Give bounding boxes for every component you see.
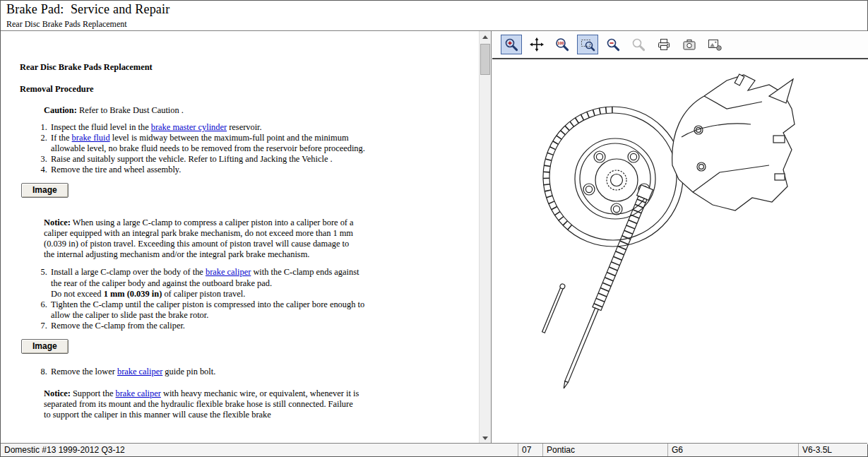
status-database: Domestic #13 1999-2012 Q3-12 (1, 444, 518, 456)
status-make: Pontiac (543, 444, 668, 456)
zoom-100-button[interactable]: 100 (552, 35, 573, 54)
scroll-up-button[interactable] (480, 31, 491, 43)
doc-link[interactable]: brake caliper (116, 388, 161, 398)
procedure-step: Remove the C-clamp from the caliper. (49, 321, 370, 331)
status-year: 07 (518, 444, 543, 456)
status-model: G6 (668, 444, 799, 456)
scroll-down-icon (482, 437, 488, 440)
pan-button[interactable] (526, 35, 547, 54)
doc-link[interactable]: brake master cylinder (151, 122, 227, 132)
svg-text:100: 100 (557, 41, 564, 45)
image-pane: 100 (492, 31, 868, 444)
print-button[interactable] (653, 35, 674, 54)
procedure-step: Install a large C-clamp over the body of… (49, 267, 370, 299)
page-subtitle: Rear Disc Brake Pads Replacement (6, 19, 127, 30)
procedure-step-8: Remove the lower brake caliper guide pin… (20, 367, 486, 377)
scrollbar-thumb[interactable] (480, 44, 490, 75)
pan-icon (529, 37, 545, 52)
header: Brake Pad: Service and Repair Rear Disc … (1, 1, 867, 31)
procedure-steps-1-4: Inspect the fluid level in the brake mas… (20, 122, 486, 176)
zoom-out-icon (605, 37, 621, 52)
zoom-out-button[interactable] (602, 35, 624, 54)
procedure-step: Raise and suitably support the vehicle. … (49, 154, 370, 165)
image-options-button[interactable] (704, 35, 725, 54)
procedure-step: Remove the tire and wheel assembly. (49, 165, 370, 175)
document-content: Rear Disc Brake Pads Replacement Removal… (1, 31, 486, 427)
document-subheading: Removal Procedure (20, 84, 486, 95)
procedure-step: Tighten the C-clamp until the caliper pi… (49, 299, 370, 321)
status-engine: V6-3.5L (799, 444, 868, 456)
document-scrollbar[interactable] (479, 31, 491, 444)
notice-paragraph: Notice: Support the brake caliper with h… (44, 388, 360, 421)
zoom-fit-button[interactable] (628, 35, 649, 54)
doc-link[interactable]: brake fluid (72, 133, 110, 143)
zoom-in-button[interactable] (501, 35, 522, 54)
zoom-100-icon: 100 (554, 37, 570, 52)
brake-assembly-illustration[interactable] (492, 59, 868, 444)
image-button[interactable]: Image (21, 183, 69, 198)
document-pane: Rear Disc Brake Pads Replacement Removal… (1, 31, 492, 444)
procedure-step: If the brake fluid level is midway betwe… (49, 133, 370, 154)
caution-paragraph: Caution: Refer to Brake Dust Caution . (44, 105, 360, 116)
zoom-window-button[interactable] (577, 35, 598, 54)
doc-link[interactable]: brake caliper (206, 267, 251, 277)
procedure-step: Inspect the fluid level in the brake mas… (49, 122, 370, 133)
service-manual-window: Brake Pad: Service and Repair Rear Disc … (0, 0, 868, 457)
copy-image-icon (682, 37, 697, 52)
image-toolbar: 100 (492, 31, 868, 59)
zoom-in-icon (504, 37, 519, 52)
image-options-icon (707, 37, 723, 52)
notice-paragraph: Notice: When using a large C-clamp to co… (44, 218, 360, 261)
print-icon (656, 37, 672, 52)
procedure-steps-5-7: Install a large C-clamp over the body of… (20, 267, 486, 331)
doc-link[interactable]: brake caliper (117, 367, 162, 376)
page-title: Brake Pad: Service and Repair (6, 2, 170, 17)
procedure-step: Remove the lower brake caliper guide pin… (49, 367, 370, 377)
zoom-fit-icon (631, 37, 646, 52)
copy-image-button[interactable] (679, 35, 700, 54)
status-bar: Domestic #13 1999-2012 Q3-12 07 Pontiac … (1, 443, 867, 456)
zoom-window-icon (580, 37, 595, 52)
image-button[interactable]: Image (21, 339, 69, 354)
document-heading: Rear Disc Brake Pads Replacement (20, 62, 486, 73)
scroll-up-icon (482, 35, 488, 39)
